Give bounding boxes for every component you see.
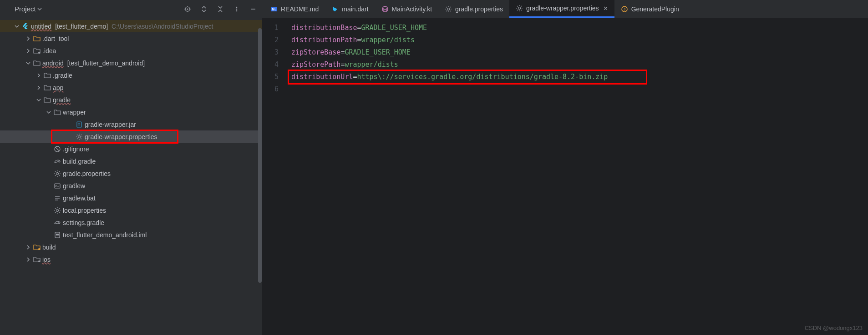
code-line[interactable]: distributionUrl=https\://services.gradle…	[288, 71, 868, 83]
tab-gradle-properties[interactable]: gradle.properties	[438, 0, 509, 18]
code-editor[interactable]: 123456 distributionBase=GRADLE_USER_HOME…	[262, 18, 868, 335]
chevron-icon[interactable]	[25, 257, 31, 262]
tab-label: main.dart	[342, 5, 368, 13]
chevron-icon[interactable]	[25, 61, 31, 65]
tree-item-app[interactable]: app	[0, 81, 262, 94]
svg-point-26	[38, 260, 40, 262]
gear-icon	[54, 170, 61, 177]
tab-readme-md[interactable]: M↓README.md	[264, 0, 325, 18]
chevron-icon[interactable]	[25, 245, 31, 250]
tree-item-label: ios	[42, 256, 51, 263]
target-icon[interactable]	[183, 5, 192, 13]
tree-item-build-gradle[interactable]: build.gradle	[0, 155, 262, 167]
tree-item-ios[interactable]: ios	[0, 253, 262, 265]
project-sidebar: Project	[0, 0, 262, 335]
sidebar-title[interactable]: Project	[15, 5, 42, 13]
code-line[interactable]: distributionPath=wrapper/dists	[288, 34, 868, 46]
tree-item-label: local.properties	[63, 207, 106, 214]
chevron-icon[interactable]	[46, 110, 52, 115]
tree-item-gradlew[interactable]: gradlew	[0, 180, 262, 192]
iml-icon	[54, 231, 61, 239]
gutter: 123456	[262, 18, 288, 335]
tree-item--idea[interactable]: .idea	[0, 45, 262, 57]
tree-item-label: gradle	[53, 96, 71, 104]
tree-item-label: app	[53, 84, 63, 91]
tree-item-gradle-properties[interactable]: gradle.properties	[0, 167, 262, 180]
tree-item--dart-tool[interactable]: .dart_tool	[0, 32, 262, 45]
close-icon[interactable]: ✕	[603, 5, 608, 12]
watermark: CSDN @wodongx123	[805, 325, 863, 331]
svg-text:J: J	[624, 7, 625, 11]
code-line[interactable]: zipStoreBase=GRADLE_USER_HOME	[288, 46, 868, 59]
folder-open-icon	[44, 96, 51, 104]
gitignore-icon	[54, 145, 61, 153]
gradle-icon	[54, 219, 61, 226]
tree-item-label: .gitignore	[63, 145, 89, 153]
minimize-icon[interactable]	[249, 5, 257, 13]
tree-item-gradle[interactable]: gradle	[0, 94, 262, 106]
tree-item-suffix: [test_flutter_demo_android]	[67, 60, 145, 67]
tree-item-test-flutter-demo-android-iml[interactable]: test_flutter_demo_android.iml	[0, 229, 262, 241]
scrollbar[interactable]	[258, 28, 262, 283]
tree-item-label: build.gradle	[63, 158, 96, 165]
expand-icon[interactable]	[200, 5, 208, 13]
dart-icon	[331, 5, 339, 13]
chevron-icon[interactable]	[25, 49, 31, 53]
tree-item-gradle-wrapper-jar[interactable]: gradle-wrapper.jar	[0, 118, 262, 130]
tree-item-wrapper[interactable]: wrapper	[0, 106, 262, 118]
svg-point-30	[447, 8, 450, 10]
svg-point-17	[56, 172, 59, 175]
chevron-icon[interactable]	[36, 85, 42, 90]
svg-point-10	[38, 52, 40, 54]
tab-label: GeneratedPlugin	[631, 5, 679, 13]
tab-generatedplugin[interactable]: JGeneratedPlugin	[614, 0, 685, 18]
svg-point-14	[78, 135, 81, 138]
line-number: 4	[262, 59, 288, 71]
collapse-icon[interactable]	[216, 5, 224, 13]
code-line[interactable]: zipStorePath=wrapper/dists	[288, 59, 868, 71]
chevron-icon[interactable]	[25, 36, 31, 41]
code-content[interactable]: distributionBase=GRADLE_USER_HOMEdistrib…	[288, 18, 868, 335]
folder-closed-icon	[44, 72, 51, 79]
root-path: C:\Users\asus\AndroidStudioProject	[112, 23, 213, 30]
tree-item-label: test_flutter_demo_android.iml	[63, 231, 147, 239]
gear-icon	[445, 5, 452, 13]
folder-closed-icon	[44, 84, 51, 91]
code-line[interactable]: distributionBase=GRADLE_USER_HOME	[288, 22, 868, 34]
tree-item-label: .idea	[42, 47, 56, 55]
svg-point-25	[38, 248, 40, 250]
tree-item-label: gradle.properties	[63, 170, 111, 177]
gear-icon	[76, 133, 83, 140]
tree-item-android[interactable]: android[test_flutter_demo_android]	[0, 57, 262, 69]
tree-item--gitignore[interactable]: .gitignore	[0, 143, 262, 155]
root-suffix: [test_flutter_demo]	[55, 23, 108, 30]
chevron-icon[interactable]	[36, 98, 42, 102]
tab-main-dart[interactable]: main.dart	[325, 0, 375, 18]
tree-item-label: gradle-wrapper.jar	[85, 121, 136, 128]
tree-item--gradle[interactable]: .gradle	[0, 69, 262, 81]
svg-point-6	[236, 6, 238, 8]
tree-item-local-properties[interactable]: local.properties	[0, 204, 262, 216]
chevron-down-icon[interactable]	[14, 24, 20, 29]
tree-item-gradle-wrapper-properties[interactable]: gradle-wrapper.properties	[0, 130, 262, 143]
tab-gradle-wrapper-properties[interactable]: gradle-wrapper.properties✕	[509, 0, 614, 18]
tree-item-build[interactable]: build	[0, 241, 262, 253]
flutter-icon	[22, 23, 29, 30]
tree-item-settings-gradle[interactable]: settings.gradle	[0, 216, 262, 229]
chevron-icon[interactable]	[36, 73, 42, 78]
jar-icon	[76, 121, 83, 128]
project-tree: untitled [test_flutter_demo] C:\Users\as…	[0, 18, 262, 335]
md-icon: M↓	[270, 5, 278, 13]
gear-icon	[54, 207, 61, 214]
tree-root[interactable]: untitled [test_flutter_demo] C:\Users\as…	[0, 20, 262, 32]
svg-text:M↓: M↓	[272, 8, 276, 11]
tab-label: gradle.properties	[455, 5, 503, 13]
more-icon[interactable]	[233, 5, 241, 13]
gear-icon	[516, 5, 523, 12]
tab-mainactivity-kt[interactable]: MainActivity.kt	[375, 0, 438, 18]
svg-line-16	[56, 147, 59, 151]
tree-item-gradlew-bat[interactable]: gradlew.bat	[0, 192, 262, 204]
line-number: 2	[262, 34, 288, 46]
svg-rect-11	[77, 122, 81, 127]
svg-point-7	[236, 8, 238, 10]
